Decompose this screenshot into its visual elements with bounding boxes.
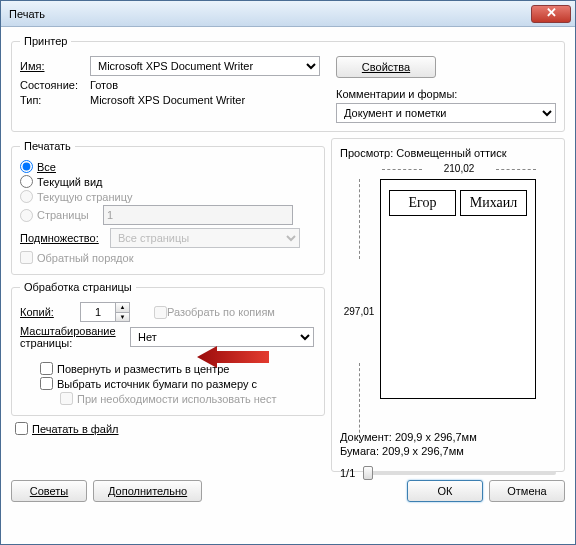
spinner-up-icon[interactable]: ▲	[115, 303, 129, 313]
rotate-label: Повернуть и разместить в центре	[57, 363, 229, 375]
subset-label: Подмножество:	[20, 232, 110, 244]
radio-pages	[20, 209, 33, 222]
rotate-checkbox[interactable]	[40, 362, 53, 375]
scale-label1: Масштабирование	[20, 325, 130, 337]
print-to-file-label: Печатать в файл	[32, 423, 119, 435]
comments-select[interactable]: Документ и пометки	[336, 103, 556, 123]
printer-group: Принтер Имя: Microsoft XPS Document Writ…	[11, 35, 565, 132]
radio-all[interactable]	[20, 160, 33, 173]
radio-pages-label: Страницы	[37, 209, 99, 221]
range-legend: Печатать	[20, 140, 75, 152]
print-range-group: Печатать Все Текущий вид Текущую страниц…	[11, 140, 325, 275]
close-button[interactable]: ✕	[531, 5, 571, 23]
handling-legend: Обработка страницы	[20, 281, 136, 293]
custom-label: При необходимости использовать нест	[77, 393, 277, 405]
type-value: Microsoft XPS Document Writer	[90, 94, 245, 106]
print-dialog: Печать ✕ Принтер Имя: Microsoft XPS Docu…	[0, 0, 576, 545]
page-counter: 1/1	[340, 467, 355, 479]
name-label: Имя:	[20, 60, 90, 72]
radio-current-view[interactable]	[20, 175, 33, 188]
dialog-body: Принтер Имя: Microsoft XPS Document Writ…	[1, 27, 575, 544]
type-label: Тип:	[20, 94, 90, 106]
collate-checkbox	[154, 306, 167, 319]
doc-size: Документ: 209,9 x 296,7мм	[340, 431, 477, 443]
preview-cell-1: Егор	[389, 190, 456, 216]
copies-input[interactable]	[81, 303, 115, 321]
preview-cell-2: Михаил	[460, 190, 527, 216]
page-handling-group: Обработка страницы Копий: ▲ ▼ Разобр	[11, 281, 325, 416]
paper-source-checkbox[interactable]	[40, 377, 53, 390]
copies-label: Копий:	[20, 306, 80, 318]
titlebar: Печать ✕	[1, 1, 575, 27]
preview-label: Просмотр: Совмещенный оттиск	[340, 147, 556, 159]
radio-current-view-label: Текущий вид	[37, 176, 102, 188]
printer-name-select[interactable]: Microsoft XPS Document Writer	[90, 56, 320, 76]
paper-source-label: Выбрать источник бумаги по размеру с	[57, 378, 257, 390]
preview-page: Егор Михаил	[380, 179, 536, 399]
preview-panel: Просмотр: Совмещенный оттиск 210,02 297,…	[331, 138, 565, 472]
status-label: Состояние:	[20, 79, 90, 91]
dim-width: 210,02	[382, 163, 536, 174]
ok-button[interactable]: ОК	[407, 480, 483, 502]
scale-label2: страницы:	[20, 337, 130, 349]
comments-label: Комментарии и формы:	[336, 88, 556, 100]
page-slider[interactable]	[363, 471, 556, 475]
subset-select: Все страницы	[110, 228, 300, 248]
radio-current-page	[20, 190, 33, 203]
scale-select[interactable]: Нет	[130, 327, 314, 347]
reverse-checkbox	[20, 251, 33, 264]
radio-all-label: Все	[37, 161, 56, 173]
paper-size: Бумага: 209,9 x 296,7мм	[340, 445, 464, 457]
cancel-button[interactable]: Отмена	[489, 480, 565, 502]
copies-spinner[interactable]: ▲ ▼	[80, 302, 130, 322]
window-title: Печать	[9, 8, 531, 20]
tips-button[interactable]: Советы	[11, 480, 87, 502]
status-value: Готов	[90, 79, 118, 91]
pages-input	[103, 205, 293, 225]
spinner-down-icon[interactable]: ▼	[115, 313, 129, 322]
print-to-file-checkbox[interactable]	[15, 422, 28, 435]
printer-legend: Принтер	[20, 35, 71, 47]
advanced-button[interactable]: Дополнительно	[93, 480, 202, 502]
custom-checkbox	[60, 392, 73, 405]
slider-thumb[interactable]	[363, 466, 373, 480]
reverse-label: Обратный порядок	[37, 252, 133, 264]
collate-label: Разобрать по копиям	[167, 306, 275, 318]
radio-current-page-label: Текущую страницу	[37, 191, 132, 203]
properties-button[interactable]: Свойства	[336, 56, 436, 78]
dim-height: 297,01	[342, 179, 376, 443]
